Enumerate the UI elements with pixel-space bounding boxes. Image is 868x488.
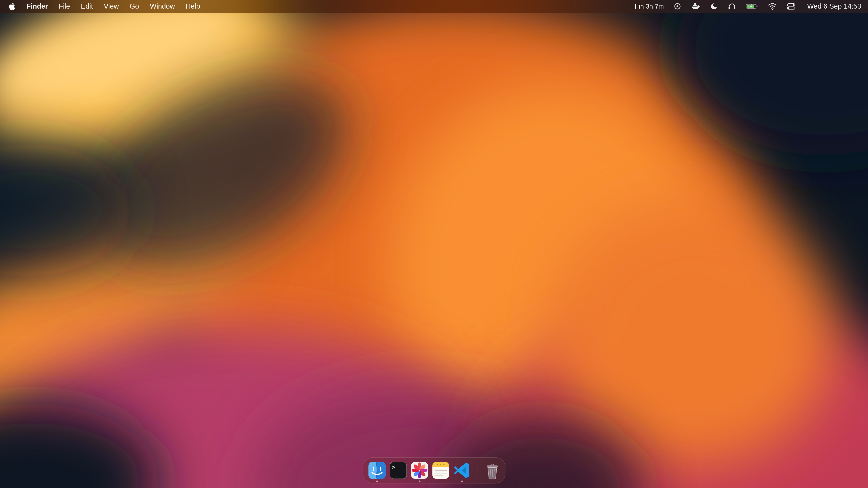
menu-view[interactable]: View (98, 2, 124, 10)
running-indicator (418, 481, 421, 482)
focus-moon-icon[interactable] (710, 2, 718, 10)
timer-bar-icon (634, 2, 636, 10)
apple-menu[interactable] (7, 2, 21, 10)
apple-logo-icon (9, 2, 15, 10)
notes-icon (432, 461, 450, 480)
desktop-wallpaper (0, 0, 868, 488)
control-center-icon[interactable] (786, 2, 796, 10)
menu-help[interactable]: Help (180, 2, 206, 10)
vscode-icon (453, 461, 471, 480)
dock-item-notes[interactable] (432, 461, 450, 480)
menu-bar: Finder File Edit View Go Window Help in … (0, 0, 868, 13)
dock-item-photos[interactable] (410, 461, 429, 480)
menu-go[interactable]: Go (124, 2, 145, 10)
svg-text:>_: >_ (392, 464, 399, 470)
wifi-icon[interactable] (768, 2, 777, 10)
dock-item-finder[interactable] (368, 461, 386, 480)
battery-icon[interactable] (746, 2, 758, 10)
timer-menu-extra[interactable]: in 3h 7m (634, 2, 664, 10)
timer-label: in 3h 7m (639, 3, 664, 10)
menu-bar-clock[interactable]: Wed 6 Sep 14:53 (805, 2, 861, 10)
dock-item-vscode[interactable] (453, 461, 471, 480)
active-app-name[interactable]: Finder (21, 2, 53, 10)
terminal-icon: >_ (389, 461, 407, 480)
menu-window[interactable]: Window (145, 2, 180, 10)
menu-bar-status-area: in 3h 7m (634, 2, 861, 10)
circular-gauge-icon[interactable] (673, 2, 682, 10)
menu-edit[interactable]: Edit (75, 2, 98, 10)
dock-item-trash[interactable] (483, 462, 500, 479)
photos-icon (410, 461, 429, 480)
dock-separator (477, 462, 477, 479)
running-indicator (461, 481, 463, 482)
running-indicator (376, 481, 378, 482)
dock: >_ (363, 457, 505, 484)
finder-icon (368, 461, 386, 480)
dock-item-terminal[interactable]: >_ (389, 461, 407, 480)
menu-file[interactable]: File (53, 2, 75, 10)
headphones-icon[interactable] (727, 2, 736, 10)
trash-icon (483, 462, 501, 480)
docker-icon[interactable] (691, 2, 701, 10)
